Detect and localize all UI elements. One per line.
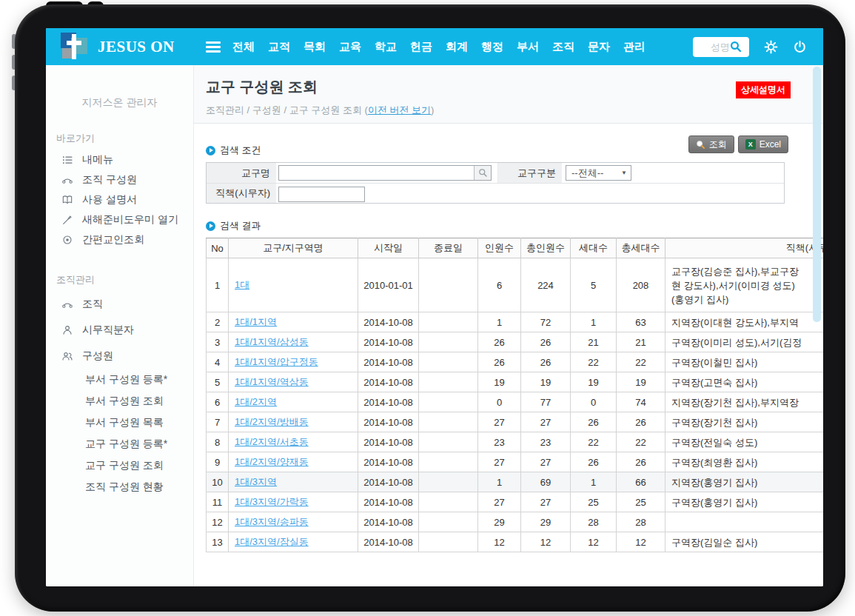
sidebar-item-members[interactable]: 구성원 <box>46 343 193 369</box>
gear-icon[interactable] <box>764 40 778 54</box>
top-nav-item[interactable]: 회계 <box>446 40 468 54</box>
cell-roles: 구역장(최영환 집사) <box>665 452 824 472</box>
cell-members: 0 <box>478 392 521 412</box>
network-icon <box>61 298 73 310</box>
top-nav-item[interactable]: 부서 <box>517 40 539 54</box>
sidebar-item-newyear-helper[interactable]: 새해준비도우미 열기 <box>46 210 193 230</box>
parish-link[interactable]: 1대 <box>235 279 249 290</box>
parish-link[interactable]: 1대/2지역/양재동 <box>235 456 309 467</box>
pen-icon <box>61 214 73 226</box>
search-icon[interactable] <box>730 41 742 53</box>
section-bullet-icon <box>206 221 215 231</box>
column-header: 인원수 <box>478 238 521 258</box>
role-label: 직책(시무자) <box>207 184 276 203</box>
cell-total-households: 63 <box>617 312 665 332</box>
parish-link[interactable]: 1대/1지역 <box>235 316 277 327</box>
sidebar-subitem[interactable]: 부서 구성원 등록* <box>46 369 193 390</box>
top-nav-item[interactable]: 교육 <box>339 40 361 54</box>
sidebar-item-quick-member-lookup[interactable]: 간편교인조회 <box>46 230 193 250</box>
top-nav-item[interactable]: 문자 <box>588 40 610 54</box>
cell-households: 28 <box>571 512 617 532</box>
parish-link[interactable]: 1대/1지역/역삼동 <box>235 376 309 387</box>
top-nav-item[interactable]: 행정 <box>481 40 503 54</box>
table-row: 8 1대/2지역/서초동 2014-10-08 23 23 22 22 구역장(… <box>207 432 824 452</box>
hamburger-menu-icon[interactable] <box>206 39 221 55</box>
cell-no: 9 <box>207 452 229 472</box>
top-nav-item[interactable]: 학교 <box>375 40 397 54</box>
detail-manual-badge[interactable]: 상세설명서 <box>736 81 791 98</box>
results-table: No교구/지구역명시작일종료일인원수총인원수세대수총세대수직책(시무자) 1 1… <box>206 238 823 552</box>
sidebar-user-label: 지저스온 관리자 <box>46 96 193 110</box>
sidebar-subitem[interactable]: 부서 구성원 목록 <box>46 412 193 433</box>
previous-version-link[interactable]: 이전 버전 보기 <box>368 104 431 116</box>
sidebar-subitems: 부서 구성원 등록*부서 구성원 조회부서 구성원 목록교구 구성원 등록*교구… <box>46 369 193 498</box>
appbar-right <box>693 37 823 57</box>
sidebar-item-user-manual[interactable]: 사용 설명서 <box>46 190 193 210</box>
excel-button[interactable]: X Excel <box>738 135 788 153</box>
cell-total-households: 19 <box>617 372 665 392</box>
cell-total-members: 29 <box>521 512 571 532</box>
sidebar-item-organization[interactable]: 조직 <box>46 291 193 317</box>
toolbar: 조회 X Excel <box>688 135 788 153</box>
sidebar-subitem[interactable]: 교구 구성원 조회 <box>46 455 193 476</box>
top-nav-item[interactable]: 전체 <box>232 40 255 54</box>
column-header: 총인원수 <box>521 238 571 258</box>
sidebar-subitem[interactable]: 교구 구성원 등록* <box>46 433 193 455</box>
member-name-search[interactable] <box>693 37 749 57</box>
cell-start-date: 2014-10-08 <box>358 432 419 452</box>
cell-members: 29 <box>478 512 521 532</box>
cell-end-date <box>419 332 478 352</box>
cell-start-date: 2014-10-08 <box>358 312 419 332</box>
top-nav-item[interactable]: 관리 <box>623 40 646 54</box>
cell-roles: 지역장(장기천 집사),부지역장 <box>665 392 824 412</box>
cell-total-members: 77 <box>521 392 571 412</box>
excel-icon: X <box>745 139 756 150</box>
sidebar-item-officers[interactable]: 시무직분자 <box>46 317 193 343</box>
parish-type-select[interactable]: --전체-- ▼ <box>566 165 631 181</box>
parish-name-input[interactable] <box>279 166 474 180</box>
cell-end-date <box>419 432 478 452</box>
parish-link[interactable]: 1대/3지역/가락동 <box>235 496 309 507</box>
page-header: 교구 구성원 조회 조직관리 / 구성원 / 교구 구성원 조회 (이전 버전 … <box>194 65 823 124</box>
parish-link[interactable]: 1대/3지역/잠실동 <box>235 536 309 547</box>
parish-link[interactable]: 1대/2지역/방배동 <box>235 416 309 427</box>
sidebar: 지저스온 관리자 바로가기 내메뉴 조직 구성원 사용 설명서 새해준비도우미 … <box>46 65 194 586</box>
cell-no: 7 <box>207 412 229 432</box>
top-nav: 전체교적목회교육학교헌금회계행정부서조직문자관리 <box>232 40 646 54</box>
top-nav-item[interactable]: 헌금 <box>410 40 432 54</box>
sidebar-subitem[interactable]: 부서 구성원 조회 <box>46 390 193 412</box>
tablet-frame: JESUS ON 전체교적목회교육학교헌금회계행정부서조직문자관리 <box>15 4 845 612</box>
parish-link[interactable]: 1대/2지역 <box>235 396 277 407</box>
page-title: 교구 구성원 조회 <box>206 77 811 97</box>
role-input[interactable] <box>278 187 365 202</box>
page-scrollbar[interactable] <box>813 67 821 322</box>
power-icon[interactable] <box>793 40 807 54</box>
parish-link[interactable]: 1대/2지역/서초동 <box>235 436 309 447</box>
main-content: 교구 구성원 조회 조직관리 / 구성원 / 교구 구성원 조회 (이전 버전 … <box>194 65 823 586</box>
cell-total-households: 26 <box>617 412 665 432</box>
app-screen: JESUS ON 전체교적목회교육학교헌금회계행정부서조직문자관리 <box>46 28 823 586</box>
cell-parish-name: 1대/1지역/압구정동 <box>229 352 358 372</box>
cell-roles: 구역장(이철민 집사) <box>665 352 824 372</box>
app-logo-text: JESUS ON <box>98 38 175 56</box>
sidebar-subitem[interactable]: 조직 구성원 현황 <box>46 476 193 498</box>
screenshot-stage: JESUS ON 전체교적목회교육학교헌금회계행정부서조직문자관리 <box>0 0 855 616</box>
parish-link[interactable]: 1대/3지역 <box>235 476 277 487</box>
member-name-search-input[interactable] <box>699 41 730 53</box>
sidebar-item-my-menu[interactable]: 내메뉴 <box>46 150 193 170</box>
top-nav-item[interactable]: 조직 <box>552 40 574 54</box>
top-nav-item[interactable]: 교적 <box>268 40 290 54</box>
parish-link[interactable]: 1대/3지역/송파동 <box>235 516 309 527</box>
parish-link[interactable]: 1대/1지역/압구정동 <box>235 356 318 367</box>
cell-no: 8 <box>207 432 229 452</box>
parish-link[interactable]: 1대/1지역/삼성동 <box>235 336 309 347</box>
column-header: 직책(시무자) <box>665 238 824 258</box>
app-logo[interactable]: JESUS ON <box>46 33 206 61</box>
sidebar-item-org-members[interactable]: 조직 구성원 <box>46 170 193 190</box>
cell-total-households: 208 <box>617 258 665 312</box>
query-button[interactable]: 조회 <box>688 135 734 153</box>
parish-search-icon-button[interactable] <box>474 166 491 180</box>
table-row: 2 1대/1지역 2014-10-08 1 72 1 63 지역장(이대현 강도… <box>207 312 824 332</box>
cell-end-date <box>419 412 478 432</box>
top-nav-item[interactable]: 목회 <box>304 40 326 54</box>
